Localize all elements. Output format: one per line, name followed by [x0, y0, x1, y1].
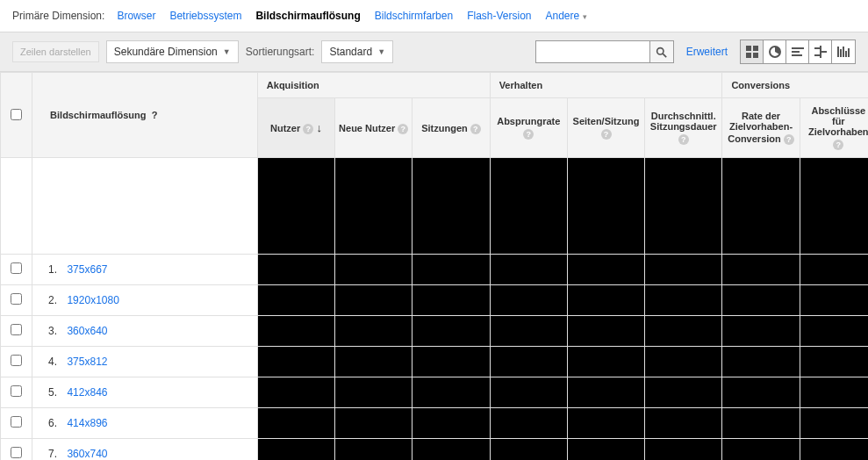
comparison-icon: [814, 46, 827, 58]
tab-screencolors[interactable]: Bildschirmfarben: [369, 6, 458, 25]
dimension-link[interactable]: 360x640: [67, 325, 107, 337]
secondary-dimension-label: Sekundäre Dimension: [114, 46, 218, 58]
redacted-cell: [722, 347, 800, 377]
redacted-cell: [257, 316, 334, 347]
group-acquisition: Akquisition: [257, 73, 490, 98]
row-checkbox[interactable]: [11, 416, 22, 428]
dimension-link[interactable]: 375x667: [67, 263, 107, 276]
column-header[interactable]: Sitzungen ?: [412, 98, 490, 158]
column-header[interactable]: Absprungrate ?: [490, 98, 567, 158]
tab-os[interactable]: Betriebssystem: [164, 6, 247, 25]
redacted-cell: [490, 316, 567, 347]
column-header[interactable]: Durchschnittl. Sitzungsdauer ?: [645, 98, 722, 158]
redacted-cell: [722, 316, 800, 347]
select-all-header: [1, 73, 32, 158]
tab-browser[interactable]: Browser: [111, 6, 161, 25]
redacted-cell: [257, 408, 334, 439]
redacted-cell: [257, 255, 334, 285]
table-row: 3. 360x640: [1, 316, 869, 347]
help-icon[interactable]: ?: [398, 124, 408, 134]
select-all-checkbox[interactable]: [11, 109, 22, 120]
redacted-cell: [257, 285, 334, 316]
redacted-cell: [645, 285, 722, 316]
advanced-link[interactable]: Erweitert: [686, 46, 728, 58]
view-table-button[interactable]: [741, 40, 764, 63]
redacted-cell: [722, 158, 800, 255]
column-header[interactable]: Rate der Zielvorhaben-Conversion ?: [722, 98, 800, 158]
search-input[interactable]: [535, 40, 649, 63]
dimension-link[interactable]: 414x896: [67, 417, 107, 429]
redacted-cell: [645, 255, 722, 285]
view-bar-button[interactable]: [786, 40, 809, 63]
row-checkbox[interactable]: [11, 355, 22, 366]
redacted-cell: [645, 439, 722, 461]
redacted-cell: [335, 316, 412, 347]
help-icon[interactable]: ?: [523, 129, 534, 140]
search-icon: [656, 47, 667, 58]
svg-rect-14: [837, 47, 839, 57]
sort-dropdown[interactable]: Standard ▼: [321, 40, 393, 63]
dimension-header[interactable]: Bildschirmauflösung ?: [32, 73, 258, 158]
column-header[interactable]: Nutzer ? ↓: [257, 98, 334, 158]
redacted-cell: [490, 255, 567, 285]
secondary-dimension-dropdown[interactable]: Sekundäre Dimension ▼: [106, 40, 239, 63]
redacted-cell: [335, 285, 412, 316]
view-comparison-button[interactable]: [809, 40, 832, 63]
dimension-link[interactable]: 375x812: [67, 356, 107, 368]
view-pie-button[interactable]: [764, 40, 786, 63]
row-checkbox[interactable]: [11, 262, 22, 274]
help-icon[interactable]: ?: [601, 129, 612, 140]
sort-desc-icon: ↓: [316, 121, 322, 134]
table-row: 7. 360x740: [1, 439, 869, 461]
redacted-cell: [722, 439, 800, 461]
dimension-link[interactable]: 360x740: [67, 448, 107, 460]
redacted-cell: [567, 316, 644, 347]
help-icon[interactable]: ?: [784, 134, 794, 145]
redacted-cell: [645, 347, 722, 377]
tab-flash[interactable]: Flash-Version: [462, 6, 536, 25]
group-conversions: Conversions: [722, 73, 868, 98]
row-checkbox[interactable]: [11, 447, 22, 458]
help-icon[interactable]: ?: [470, 124, 481, 134]
svg-rect-12: [821, 51, 827, 53]
dimension-link[interactable]: 1920x1080: [67, 294, 118, 306]
redacted-cell: [800, 158, 868, 255]
column-header[interactable]: Abschlüsse für Zielvorhaben ?: [800, 98, 868, 158]
column-header[interactable]: Neue Nutzer ?: [335, 98, 412, 158]
help-icon[interactable]: ?: [678, 134, 689, 145]
tab-other[interactable]: Andere ▾: [541, 6, 592, 25]
redacted-cell: [412, 316, 490, 347]
primary-dimension-tabs: Primäre Dimension: Browser Betriebssyste…: [0, 0, 868, 32]
row-checkbox[interactable]: [11, 293, 22, 305]
search-button[interactable]: [649, 40, 674, 63]
dimension-link[interactable]: 412x846: [67, 386, 107, 399]
view-pivot-button[interactable]: [832, 40, 855, 63]
row-index: 4.: [48, 356, 64, 368]
redacted-cell: [722, 285, 800, 316]
row-checkbox[interactable]: [11, 324, 22, 335]
svg-rect-11: [814, 47, 820, 49]
redacted-cell: [722, 408, 800, 439]
redacted-cell: [412, 347, 490, 377]
tab-screenres[interactable]: Bildschirmauflösung: [250, 6, 365, 25]
help-icon[interactable]: ?: [833, 140, 843, 150]
row-checkbox[interactable]: [11, 385, 22, 397]
redacted-cell: [567, 439, 644, 461]
pie-icon: [769, 46, 781, 58]
redacted-cell: [335, 439, 412, 461]
column-header[interactable]: Seiten/Sitzung ?: [567, 98, 644, 158]
group-behavior: Verhalten: [490, 73, 722, 98]
redacted-cell: [490, 439, 567, 461]
svg-rect-13: [814, 54, 820, 56]
row-index: 2.: [48, 294, 64, 306]
svg-rect-4: [746, 53, 751, 58]
pivot-icon: [837, 46, 850, 58]
table-row: 2. 1920x1080: [1, 285, 869, 316]
help-icon[interactable]: ?: [303, 124, 313, 134]
help-icon[interactable]: ?: [152, 110, 158, 120]
redacted-cell: [645, 316, 722, 347]
sort-label: Sortierungsart:: [246, 46, 315, 58]
redacted-cell: [412, 158, 490, 255]
toolbar: Zeilen darstellen Sekundäre Dimension ▼ …: [0, 32, 868, 72]
redacted-cell: [335, 347, 412, 377]
